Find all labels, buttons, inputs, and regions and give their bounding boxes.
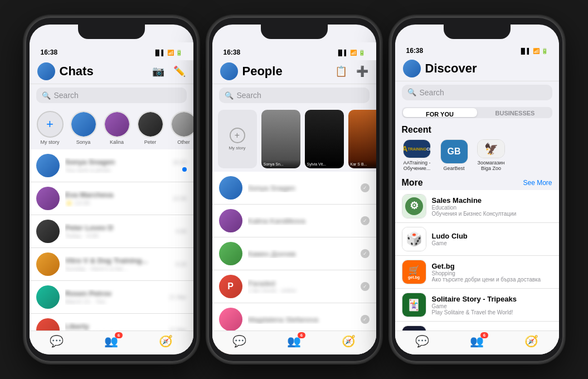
more-item-getbg[interactable]: 🛒 get.bg Get.bg Shopping Ако търсите доб… bbox=[395, 256, 559, 289]
status-bar-discover: 16:38 ▐▌▌ 📶 🔋 bbox=[395, 42, 559, 57]
discover-nav-icon-d: 🧭 bbox=[524, 334, 538, 348]
nav-chats-tab-p[interactable]: 💬 bbox=[232, 334, 246, 348]
people-name-magdalena: Magdalena Stefanova bbox=[248, 315, 355, 324]
people-check-kalina: ✓ bbox=[361, 216, 370, 225]
aa-logo-inner: AATRAININGCLUB bbox=[404, 140, 430, 158]
people-info-magdalena: Magdalena Stefanova bbox=[248, 315, 355, 324]
nav-chats-tab[interactable]: 💬 bbox=[50, 334, 64, 348]
people-item-paradox[interactable]: P Paraded 1 fan movie · online ✓ bbox=[212, 270, 376, 303]
recent-item-gb[interactable]: GB GearBest bbox=[440, 139, 468, 171]
nav-chats-tab-d[interactable]: 💬 bbox=[415, 334, 429, 348]
people-name-kalina: Kalina Kandilkova bbox=[248, 217, 355, 225]
more-category-ludo: Game bbox=[432, 240, 552, 246]
see-more-link[interactable]: See More bbox=[523, 179, 552, 187]
nav-people-tab-d[interactable]: 👥 6 bbox=[470, 334, 484, 348]
recent-item-aa[interactable]: AATRAININGCLUB AATraining - Обучение... bbox=[402, 139, 433, 171]
story-my[interactable]: + My story bbox=[36, 111, 64, 145]
chat-preview-eva: ⭐ 13:30 bbox=[65, 200, 167, 207]
chat-preview-rosen: March 21 · Yes bbox=[65, 298, 164, 305]
more-title: More bbox=[402, 178, 423, 188]
chat-item-vitro[interactable]: Vitro V & Dog Training... Sunday · Here'… bbox=[30, 248, 193, 281]
discover-nav-icon: 🧭 bbox=[159, 334, 173, 348]
people-check-magdalena: ✓ bbox=[361, 315, 370, 324]
nav-people-tab-p[interactable]: 👥 6 bbox=[287, 334, 301, 348]
chats-header-icons: 📷 ✏️ bbox=[152, 65, 186, 77]
ludo-logo-inner: 🎲 bbox=[402, 227, 426, 251]
story-card-1[interactable]: Sonya Sn... bbox=[261, 110, 300, 168]
chats-stories-row: + My story Sonya Kalina bbox=[30, 106, 193, 149]
more-item-ludo[interactable]: 🎲 Ludo Club Game bbox=[395, 223, 559, 256]
people-avatar bbox=[220, 62, 238, 80]
chat-time-peter: 4:00 bbox=[176, 229, 186, 235]
chat-preview-sonya: You sent a photo bbox=[65, 167, 167, 173]
people-header-icons: 📋 ➕ bbox=[335, 65, 368, 77]
people-avatar-kalina bbox=[219, 209, 242, 232]
status-time-discover: 16:38 bbox=[406, 47, 424, 55]
chat-item-sonya[interactable]: Sonya Snagen You sent a photo 16:20 bbox=[30, 149, 193, 182]
nav-discover-tab-p[interactable]: 🧭 bbox=[342, 334, 356, 348]
discover-search-bar[interactable]: 🔍 Search bbox=[402, 85, 552, 100]
add-story-people[interactable]: + My story bbox=[218, 110, 257, 168]
people-title: People bbox=[242, 64, 335, 79]
people-avatar-kamen bbox=[219, 242, 242, 265]
more-desc-solitaire: Play Solitaire & Travel the World! bbox=[432, 309, 552, 315]
more-logo-ludo: 🎲 bbox=[402, 227, 426, 251]
recent-section-title: Recent bbox=[395, 122, 559, 137]
chat-info-sonya: Sonya Snagen You sent a photo bbox=[65, 158, 167, 173]
story-card-3[interactable]: Kar S B... bbox=[348, 110, 376, 168]
phone-people-screen: 16:38 ▐▌▌ 📶 🔋 People 📋 ➕ bbox=[212, 25, 376, 354]
story-other[interactable]: Other bbox=[170, 111, 193, 145]
story-sonya-label: Sonya bbox=[76, 139, 91, 145]
people-header: People 📋 ➕ bbox=[212, 60, 376, 84]
chat-name-rosen: Rosen Petrov bbox=[65, 289, 164, 298]
people-check-paradox: ✓ bbox=[361, 282, 370, 291]
chat-nav-icon: 💬 bbox=[50, 334, 64, 348]
story-peter[interactable]: Peter bbox=[137, 111, 164, 145]
more-desc-getbg: Ако търсите добри цени и бърза доставка bbox=[432, 276, 552, 283]
discover-header: Discover bbox=[395, 57, 559, 81]
chat-avatar-eva bbox=[36, 187, 60, 210]
recent-item-zoo[interactable]: 🦅 Зоомагазин Biga Zoo bbox=[476, 139, 507, 171]
more-item-sales[interactable]: ⚙ Sales Machine Education Обучения и Биз… bbox=[395, 190, 559, 223]
tab-for-you[interactable]: FOR YOU bbox=[403, 108, 477, 117]
nav-discover-tab-d[interactable]: 🧭 bbox=[524, 334, 538, 348]
tab-businesses[interactable]: BUSINESSES bbox=[478, 107, 552, 118]
people-subtitle-paradox: 1 fan movie · online bbox=[248, 288, 355, 294]
chats-search-placeholder: Search bbox=[54, 91, 79, 100]
phone-discover: 16:38 ▐▌▌ 📶 🔋 Discover 🔍 Search bbox=[391, 17, 563, 362]
people-item-kamen[interactable]: Камен Дончев ✓ bbox=[212, 237, 376, 270]
gb-logo-inner: GB bbox=[441, 140, 468, 163]
chats-search-bar[interactable]: 🔍 Search bbox=[36, 88, 187, 103]
notch-chats bbox=[78, 25, 145, 39]
notch-people bbox=[261, 25, 328, 39]
people-search-bar[interactable]: 🔍 Search bbox=[219, 88, 370, 103]
compose-icon[interactable]: ✏️ bbox=[173, 65, 186, 77]
nav-people-tab[interactable]: 👥 6 bbox=[104, 334, 118, 348]
chat-avatar-sonya bbox=[36, 154, 60, 177]
status-icons-chats: ▐▌▌ 📶 🔋 bbox=[153, 50, 182, 56]
more-name-getbg: Get.bg bbox=[432, 262, 552, 270]
chat-item-peter[interactable]: Peter Lovev D Today · 4:00 4:00 bbox=[30, 215, 193, 248]
recent-name-aa: AATraining - Обучение... bbox=[402, 160, 433, 171]
camera-icon[interactable]: 📷 bbox=[152, 65, 164, 77]
chat-meta-vitro: 9:20 bbox=[176, 261, 186, 268]
chats-avatar bbox=[37, 62, 55, 80]
more-items-list: ⚙ Sales Machine Education Обучения и Биз… bbox=[395, 190, 559, 354]
story-label-2: Sylvia Vit... bbox=[305, 160, 344, 168]
story-sonya[interactable]: Sonya bbox=[70, 111, 98, 145]
contacts-icon[interactable]: 📋 bbox=[335, 65, 347, 77]
more-info-solitaire: Solitaire Story - Tripeaks Game Play Sol… bbox=[432, 295, 552, 315]
story-card-2[interactable]: Sylvia Vit... bbox=[305, 110, 344, 168]
zoo-logo-inner: 🦅 bbox=[478, 140, 504, 158]
people-badge: 6 bbox=[115, 332, 123, 338]
chat-info-peter: Peter Lovev D Today · 4:00 bbox=[65, 223, 171, 239]
chat-item-eva[interactable]: Eva Marcheva ⭐ 13:30 13:30 bbox=[30, 182, 193, 215]
chat-time-eva: 13:30 bbox=[172, 196, 186, 202]
chat-item-rosen[interactable]: Rosen Petrov March 21 · Yes 21 Mar bbox=[30, 281, 193, 314]
add-person-icon[interactable]: ➕ bbox=[356, 65, 368, 77]
people-item-sonya[interactable]: Sonya Snagen ✓ bbox=[212, 172, 376, 205]
nav-discover-tab[interactable]: 🧭 bbox=[159, 334, 173, 348]
people-item-kalina[interactable]: Kalina Kandilkova ✓ bbox=[212, 205, 376, 237]
story-kalina[interactable]: Kalina bbox=[103, 111, 131, 145]
more-item-solitaire[interactable]: 🃏 Solitaire Story - Tripeaks Game Play S… bbox=[395, 289, 559, 322]
